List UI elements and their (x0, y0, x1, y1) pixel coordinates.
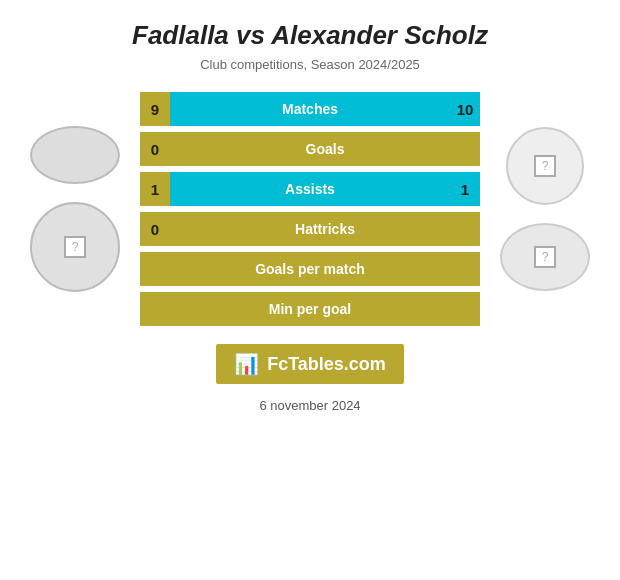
stat-row-assists: 1 Assists 1 (140, 172, 480, 206)
player-left: ? (20, 126, 130, 292)
player-right-avatar-top: ? (506, 127, 584, 205)
fctables-logo: 📊 FcTables.com (216, 344, 404, 384)
stat-row-goalspm: Goals per match (140, 252, 480, 286)
stat-row-hattricks: 0 Hattricks (140, 212, 480, 246)
stat-right-assists: 1 (450, 172, 480, 206)
stat-left-assists: 1 (140, 172, 170, 206)
player-right-bottom-question: ? (534, 246, 556, 268)
stat-row-minpergoal: Min per goal (140, 292, 480, 326)
page-subtitle: Club competitions, Season 2024/2025 (200, 57, 420, 72)
stat-left-hattricks: 0 (140, 212, 170, 246)
stats-area: 9 Matches 10 0 Goals (140, 92, 480, 326)
stat-left-goals: 0 (140, 132, 170, 166)
stat-right-matches: 10 (450, 92, 480, 126)
chart-icon: 📊 (234, 352, 259, 376)
stat-label-hattricks: Hattricks (170, 212, 480, 246)
stat-label-matches: Matches (170, 92, 450, 126)
stat-label-goals: Goals (170, 132, 480, 166)
fctables-text: FcTables.com (267, 354, 386, 375)
stat-label-goalspm: Goals per match (140, 252, 480, 286)
player-right-avatar-bottom: ? (500, 223, 590, 291)
player-left-question: ? (64, 236, 86, 258)
page-container: Fadlalla vs Alexander Scholz Club compet… (0, 0, 620, 580)
stat-label-minpergoal: Min per goal (140, 292, 480, 326)
footer-date: 6 november 2024 (259, 398, 360, 413)
page-title: Fadlalla vs Alexander Scholz (132, 20, 488, 51)
stat-row-matches: 9 Matches 10 (140, 92, 480, 126)
player-left-avatar-top (30, 126, 120, 184)
stat-left-matches: 9 (140, 92, 170, 126)
comparison-area: ? 9 Matches 10 0 (10, 92, 610, 326)
player-right: ? ? (490, 127, 600, 291)
stat-label-assists: Assists (170, 172, 450, 206)
stat-row-goals: 0 Goals (140, 132, 480, 166)
player-left-avatar-main: ? (30, 202, 120, 292)
player-right-top-question: ? (534, 155, 556, 177)
